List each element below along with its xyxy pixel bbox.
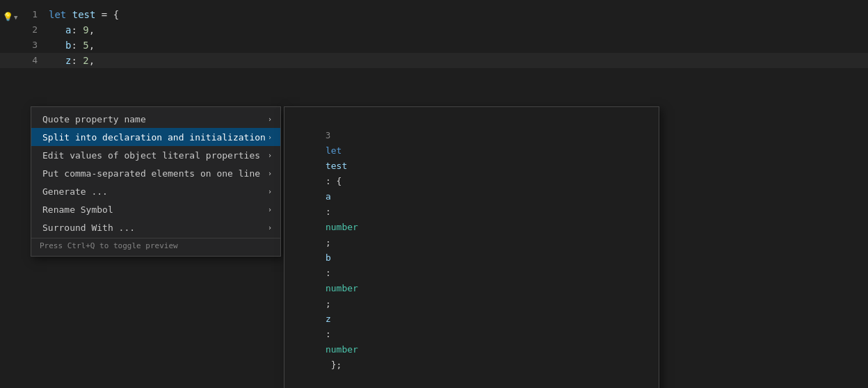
menu-label-rename-symbol: Rename Symbol — [42, 204, 113, 215]
menu-footer: Press Ctrl+Q to toggle preview — [31, 238, 280, 253]
colon-1: : — [71, 22, 83, 38]
colon-2: : — [71, 38, 83, 53]
preview-line-3: 3 let test : { a : number ; b : number ;… — [293, 113, 650, 388]
menu-chevron-3: › — [268, 152, 272, 159]
menu-item-quote-property[interactable]: Quote property name › — [31, 110, 280, 128]
comma-1: , — [89, 22, 95, 38]
comma-3: , — [89, 53, 95, 68]
menu-chevron-1: › — [268, 115, 272, 123]
num-9: 9 — [83, 22, 88, 38]
code-line-2: 2 a : 9 , — [0, 22, 868, 38]
menu-chevron-6: › — [268, 206, 272, 213]
preview-panel: 3 let test : { a : number ; b : number ;… — [284, 106, 659, 388]
prop-a: a — [65, 22, 71, 38]
menu-label-edit-values: Edit values of object literal properties — [42, 150, 260, 161]
line-number-4: 4 — [21, 53, 38, 68]
menu-chevron-4: › — [268, 170, 272, 177]
var-test: test — [72, 7, 96, 22]
code-line-4: 💡 ▼ 4 z : 2 , — [0, 53, 868, 68]
op-assign: = { — [95, 7, 119, 22]
num-2: 2 — [83, 53, 88, 68]
menu-item-put-comma[interactable]: Put comma-separated elements on one line… — [31, 164, 280, 182]
line-number-3: 3 — [21, 38, 38, 53]
lightbulb-icon[interactable]: 💡 — [3, 9, 13, 24]
menu-label-quote-property: Quote property name — [42, 114, 146, 124]
fold-inline-icon[interactable]: ▼ — [14, 10, 17, 25]
menu-item-split-declaration[interactable]: Split into declaration and initializatio… — [31, 128, 280, 146]
code-line-1: ▼ 1 let test = { — [0, 7, 868, 22]
menu-chevron-2: › — [268, 134, 272, 141]
prop-b: b — [65, 38, 71, 53]
colon-3: : — [71, 53, 83, 68]
menu-chevron-5: › — [268, 188, 272, 195]
comma-2: , — [89, 38, 95, 53]
menu-chevron-7: › — [268, 224, 272, 232]
menu-item-rename-symbol[interactable]: Rename Symbol › — [31, 200, 280, 218]
menu-label-split-declaration: Split into declaration and initializatio… — [42, 132, 266, 143]
editor-area: ▼ 1 let test = { 2 a : 9 , 3 b : 5 , — [0, 0, 868, 388]
menu-item-surround-with[interactable]: Surround With ... › — [31, 218, 280, 236]
line-number-1: 1 — [21, 7, 38, 22]
num-5: 5 — [83, 38, 88, 53]
menu-label-generate: Generate ... — [42, 186, 108, 197]
menu-label-put-comma: Put comma-separated elements on one line — [42, 168, 260, 179]
preview-line-num-3: 3 — [326, 131, 330, 140]
menu-item-generate[interactable]: Generate ... › — [31, 182, 280, 200]
context-menu: Quote property name › Split into declara… — [31, 106, 281, 257]
prop-z: z — [65, 53, 71, 68]
line-number-2: 2 — [21, 22, 38, 38]
keyword-let: let — [49, 7, 72, 22]
menu-item-edit-values[interactable]: Edit values of object literal properties… — [31, 146, 280, 164]
menu-label-surround-with: Surround With ... — [42, 223, 135, 233]
code-line-3: 3 b : 5 , — [0, 38, 868, 53]
